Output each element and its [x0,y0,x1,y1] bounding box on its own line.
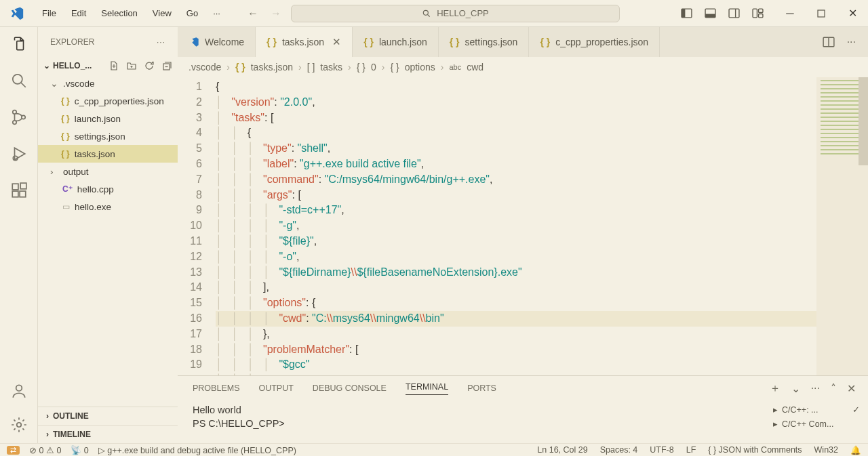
terminal-task[interactable]: ▸C/C++: ...✓ [773,405,860,415]
status-errors[interactable]: ⊘ 0 ⚠ 0 [29,445,61,455]
status-encoding[interactable]: UTF-8 [650,445,673,455]
scrollbar[interactable] [859,77,868,165]
tab-label: tasks.json [282,37,324,47]
svg-point-12 [12,75,22,84]
file-hello-cpp[interactable]: C⁺hello.cpp [38,180,178,198]
svg-rect-6 [729,9,739,18]
minimize-icon[interactable]: ─ [774,0,806,27]
folder-label: .vscode [63,79,95,89]
search-activity-icon[interactable] [10,72,28,89]
breadcrumb[interactable]: .vscode› { }tasks.json› [ ]tasks› { }0› … [178,57,868,77]
tab-launch-json[interactable]: { }launch.json [353,27,439,57]
split-editor-icon[interactable] [823,36,835,48]
tab-tasks-json[interactable]: { }tasks.json✕ [256,27,353,57]
new-folder-icon[interactable] [126,60,137,71]
run-debug-icon[interactable] [10,145,28,163]
panel-tab-output[interactable]: OUTPUT [258,384,293,393]
file-settings[interactable]: { }settings.json [38,127,178,145]
extensions-icon[interactable] [10,182,28,199]
panel-right-icon[interactable] [728,7,740,19]
menu-edit[interactable]: Edit [64,5,93,21]
tab-label: Welcome [205,37,244,47]
customize-layout-icon[interactable] [752,7,764,19]
crumb[interactable]: tasks.json [251,62,293,72]
file-label: settings.json [75,131,125,142]
svg-rect-9 [759,9,763,12]
tab-label: settings.json [465,37,518,47]
search-icon [422,9,431,18]
panel-left-icon[interactable] [681,7,692,19]
close-window-icon[interactable]: ✕ [837,0,868,27]
crumb[interactable]: tasks [320,62,342,72]
file-hello-exe[interactable]: ▭hello.exe [38,198,178,215]
nav-back-icon[interactable]: ← [248,7,258,20]
code-lines[interactable]: {│ "version": "2.0.0",│ "tasks": [│ │ {│… [216,77,868,375]
panel-tab-debug[interactable]: DEBUG CONSOLE [313,384,387,393]
status-launch-config[interactable]: ▷ g++.exe build and debug active file (H… [98,445,296,455]
account-icon[interactable] [10,382,28,400]
panel-tab-problems[interactable]: PROBLEMS [193,384,239,393]
folder-vscode[interactable]: ⌄.vscode [38,75,178,92]
editor-tabs: Welcome { }tasks.json✕ { }launch.json { … [178,27,868,57]
folder-root[interactable]: ⌄ HELLO_... [38,57,178,75]
crumb[interactable]: options [405,62,435,72]
status-indent[interactable]: Spaces: 4 [600,445,638,455]
panel-more-icon[interactable]: ··· [811,382,820,394]
tab-settings-json[interactable]: { }settings.json [439,27,530,57]
maximize-icon[interactable] [806,0,837,27]
new-file-icon[interactable] [108,60,119,71]
file-tasks[interactable]: { }tasks.json [38,145,178,163]
menu-view[interactable]: View [146,5,178,21]
nav-forward-icon[interactable]: → [271,7,281,20]
crumb[interactable]: cwd [467,62,484,72]
code-editor[interactable]: 1234567891011121314151617181920 {│ "vers… [178,77,868,375]
explorer-icon[interactable] [10,35,28,53]
terminal-task[interactable]: ▸C/C++ Com... [773,419,860,429]
terminal-output[interactable]: Hello world PS C:\HELLO_CPP> [178,400,773,443]
menu-overflow-icon[interactable]: ··· [206,5,227,21]
collapse-all-icon[interactable] [161,60,172,71]
explorer-more-icon[interactable]: ··· [157,37,165,47]
status-language[interactable]: { } JSON with Comments [708,445,802,455]
menu-file[interactable]: File [35,5,63,21]
terminal-split-icon[interactable]: ⌄ [791,382,800,395]
timeline-section[interactable]: ›TIMELINE [38,425,178,443]
status-os[interactable]: Win32 [814,445,838,455]
status-eol[interactable]: LF [686,445,696,455]
refresh-icon[interactable] [144,60,155,71]
file-c-cpp-properties[interactable]: { }c_cpp_properties.json [38,92,178,110]
folder-root-label: HELLO_... [53,61,92,70]
status-cursor[interactable]: Ln 16, Col 29 [537,445,587,455]
outline-section[interactable]: ›OUTLINE [38,407,178,425]
svg-rect-18 [12,184,18,190]
timeline-label: TIMELINE [53,430,91,439]
close-icon[interactable]: ✕ [332,36,341,48]
status-bell-icon[interactable]: 🔔 [850,445,861,455]
panel-close-icon[interactable]: ✕ [847,382,856,395]
panel-tab-terminal[interactable]: TERMINAL [406,382,448,395]
tab-cpp-props[interactable]: { }c_cpp_properties.json [529,27,660,57]
crumb[interactable]: 0 [371,62,376,72]
file-launch[interactable]: { }launch.json [38,110,178,127]
folder-output[interactable]: ›output [38,163,178,180]
menu-go[interactable]: Go [180,5,205,21]
new-terminal-icon[interactable]: ＋ [770,381,781,396]
outline-label: OUTLINE [53,411,89,421]
command-center-text: HELLO_CPP [437,8,489,18]
command-center[interactable]: HELLO_CPP [291,5,620,22]
panel-bottom-icon[interactable] [705,7,716,19]
crumb[interactable]: .vscode [189,62,221,72]
editor-more-icon[interactable]: ··· [847,36,856,48]
term-line: PS C:\HELLO_CPP> [193,417,773,430]
panel-tab-ports[interactable]: PORTS [467,384,496,393]
status-ports[interactable]: 📡 0 [71,445,88,455]
remote-icon[interactable]: ⇄ [7,446,20,455]
svg-line-1 [428,14,430,16]
tab-welcome[interactable]: Welcome [178,27,256,57]
panel-maximize-icon[interactable]: ˄ [831,382,836,395]
scm-icon[interactable] [10,108,28,126]
file-label: tasks.json [75,149,115,159]
menu-selection[interactable]: Selection [94,5,144,21]
settings-gear-icon[interactable] [10,416,28,434]
editor-group: Welcome { }tasks.json✕ { }launch.json { … [178,27,868,443]
